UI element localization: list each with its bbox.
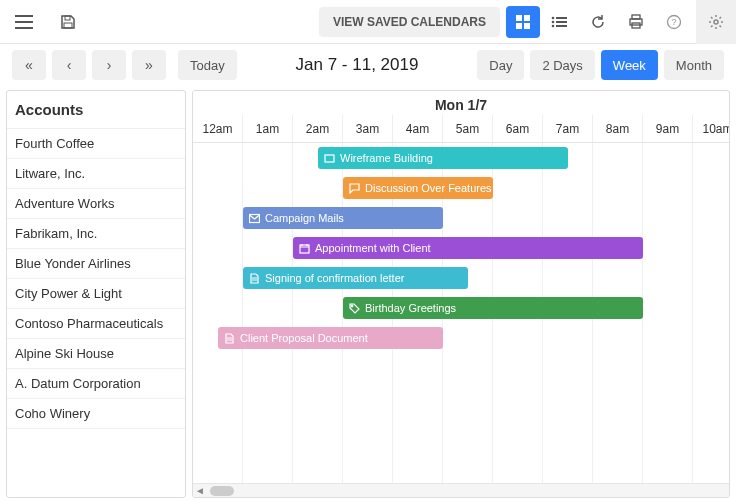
account-item[interactable]: Fourth Coffee <box>7 129 185 159</box>
horizontal-scrollbar[interactable]: ◄ <box>193 483 729 497</box>
range-2days[interactable]: 2 Days <box>530 50 594 80</box>
svg-rect-5 <box>524 23 530 29</box>
account-item[interactable]: Adventure Works <box>7 189 185 219</box>
print-icon[interactable] <box>620 6 652 38</box>
svg-point-21 <box>351 305 353 307</box>
calendar-controlbar: « ‹ › » Today Jan 7 - 11, 2019 Day2 Days… <box>0 44 736 86</box>
doc-icon <box>249 273 260 284</box>
date-range-title: Jan 7 - 11, 2019 <box>237 55 478 75</box>
settings-icon[interactable] <box>696 0 736 44</box>
refresh-icon[interactable] <box>582 6 614 38</box>
today-button[interactable]: Today <box>178 50 237 80</box>
accounts-list[interactable]: Fourth CoffeeLitware, Inc.Adventure Work… <box>7 129 185 497</box>
range-switcher: Day2 DaysWeekMonth <box>477 50 724 80</box>
cal-icon <box>299 243 310 254</box>
account-item[interactable]: Contoso Pharmaceuticals <box>7 309 185 339</box>
menu-icon[interactable] <box>8 6 40 38</box>
event-label: Campaign Mails <box>265 212 344 224</box>
time-column-header: 6am <box>493 115 543 142</box>
event-label: Discussion Over Features <box>365 182 492 194</box>
account-item[interactable]: Coho Winery <box>7 399 185 429</box>
calendar-grid: Mon 1/7 12am1am2am3am4am5am6am7am8am9am1… <box>192 90 730 498</box>
account-item[interactable]: Blue Yonder Airlines <box>7 249 185 279</box>
svg-point-8 <box>552 20 555 23</box>
svg-rect-4 <box>516 23 522 29</box>
time-column-header: 10am <box>693 115 730 142</box>
time-column-header: 7am <box>543 115 593 142</box>
account-item[interactable]: Litware, Inc. <box>7 159 185 189</box>
svg-rect-9 <box>556 21 567 23</box>
range-week[interactable]: Week <box>601 50 658 80</box>
svg-point-6 <box>552 16 555 19</box>
calendar-event[interactable]: Client Proposal Document <box>218 327 443 349</box>
calendar-event[interactable]: Appointment with Client <box>293 237 643 259</box>
event-label: Wireframe Building <box>340 152 433 164</box>
sidebar-title: Accounts <box>7 91 185 129</box>
view-saved-calendars-button[interactable]: VIEW SAVED CALENDARS <box>319 7 500 37</box>
account-item[interactable]: A. Datum Corporation <box>7 369 185 399</box>
scroll-left-icon[interactable]: ◄ <box>193 485 207 496</box>
calendar-event[interactable]: Birthday Greetings <box>343 297 643 319</box>
time-column-header: 9am <box>643 115 693 142</box>
events-layer: Wireframe BuildingDiscussion Over Featur… <box>193 143 729 483</box>
svg-rect-2 <box>516 15 522 21</box>
svg-rect-18 <box>325 155 334 162</box>
event-label: Appointment with Client <box>315 242 431 254</box>
save-icon[interactable] <box>52 6 84 38</box>
svg-rect-11 <box>556 25 567 27</box>
svg-rect-20 <box>300 245 309 253</box>
doc-icon <box>224 333 235 344</box>
app-topbar: VIEW SAVED CALENDARS ? <box>0 0 736 44</box>
event-label: Signing of confirmation letter <box>265 272 404 284</box>
nav-next-button[interactable]: › <box>92 50 126 80</box>
tag-icon <box>349 303 360 314</box>
account-item[interactable]: City Power & Light <box>7 279 185 309</box>
grid-view-button[interactable] <box>506 6 540 38</box>
time-column-header: 12am <box>193 115 243 142</box>
event-label: Birthday Greetings <box>365 302 456 314</box>
list-view-button[interactable] <box>542 6 576 38</box>
svg-text:?: ? <box>671 17 676 27</box>
calendar-event[interactable]: Wireframe Building <box>318 147 568 169</box>
mail-icon <box>249 213 260 224</box>
svg-rect-3 <box>524 15 530 21</box>
calendar-event[interactable]: Discussion Over Features <box>343 177 493 199</box>
svg-point-17 <box>714 20 718 24</box>
time-header: 12am1am2am3am4am5am6am7am8am9am10am <box>193 115 729 143</box>
time-column-header: 8am <box>593 115 643 142</box>
day-header: Mon 1/7 <box>193 91 729 115</box>
nav-first-button[interactable]: « <box>12 50 46 80</box>
svg-point-10 <box>552 24 555 27</box>
time-column-header: 2am <box>293 115 343 142</box>
time-column-header: 4am <box>393 115 443 142</box>
scroll-thumb[interactable] <box>210 486 234 496</box>
time-column-header: 5am <box>443 115 493 142</box>
range-month[interactable]: Month <box>664 50 724 80</box>
time-column-header: 3am <box>343 115 393 142</box>
time-column-header: 1am <box>243 115 293 142</box>
chat-icon <box>349 183 360 194</box>
nav-last-button[interactable]: » <box>132 50 166 80</box>
nav-prev-button[interactable]: ‹ <box>52 50 86 80</box>
range-day[interactable]: Day <box>477 50 524 80</box>
help-icon[interactable]: ? <box>658 6 690 38</box>
card-icon <box>324 153 335 164</box>
account-item[interactable]: Fabrikam, Inc. <box>7 219 185 249</box>
account-item[interactable]: Alpine Ski House <box>7 339 185 369</box>
calendar-event[interactable]: Signing of confirmation letter <box>243 267 468 289</box>
calendar-event[interactable]: Campaign Mails <box>243 207 443 229</box>
event-label: Client Proposal Document <box>240 332 368 344</box>
accounts-sidebar: Accounts Fourth CoffeeLitware, Inc.Adven… <box>6 90 186 498</box>
svg-rect-7 <box>556 17 567 19</box>
